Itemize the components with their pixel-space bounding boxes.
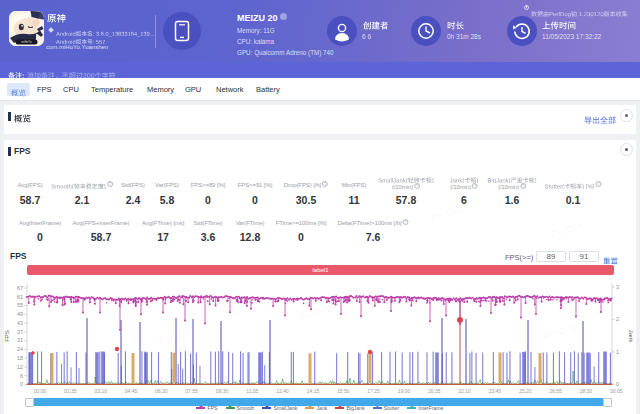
svg-text:61: 61 — [17, 294, 23, 300]
svg-text:19:00: 19:00 — [398, 388, 411, 394]
svg-text:31: 31 — [17, 337, 23, 343]
svg-text:37: 37 — [17, 329, 23, 335]
svg-text:6: 6 — [20, 373, 23, 379]
svg-text:09:30: 09:30 — [216, 388, 229, 394]
svg-text:30:05: 30:05 — [610, 388, 623, 394]
svg-text:17:25: 17:25 — [367, 388, 380, 394]
svg-text:1: 1 — [616, 349, 619, 355]
svg-text:25:20: 25:20 — [519, 388, 532, 394]
svg-text:22:10: 22:10 — [458, 388, 471, 394]
svg-text:00:00: 00:00 — [34, 388, 47, 394]
svg-text:23:45: 23:45 — [489, 388, 502, 394]
svg-text:0: 0 — [616, 381, 619, 387]
svg-text:24: 24 — [17, 346, 23, 352]
svg-text:26:55: 26:55 — [549, 388, 562, 394]
svg-text:12:40: 12:40 — [276, 388, 289, 394]
svg-text:03:10: 03:10 — [94, 388, 107, 394]
svg-text:11:05: 11:05 — [246, 388, 258, 394]
svg-text:FPS: FPS — [4, 330, 10, 342]
svg-text:14:15: 14:15 — [307, 388, 320, 394]
svg-text:01:35: 01:35 — [64, 388, 77, 394]
svg-text:55: 55 — [17, 302, 23, 308]
svg-text:15:50: 15:50 — [337, 388, 350, 394]
svg-text:18: 18 — [17, 355, 23, 361]
svg-text:04:45: 04:45 — [125, 388, 138, 394]
svg-text:28:30: 28:30 — [580, 388, 593, 394]
svg-text:06:20: 06:20 — [155, 388, 168, 394]
svg-text:12: 12 — [17, 364, 23, 370]
svg-text:Jank: Jank — [628, 330, 634, 344]
svg-text:2: 2 — [616, 316, 619, 322]
svg-text:07:55: 07:55 — [185, 388, 198, 394]
svg-text:PerfDog: PerfDog — [298, 302, 333, 322]
svg-text:PerfDog: PerfDog — [543, 322, 578, 342]
svg-text:0: 0 — [20, 381, 23, 387]
svg-text:49: 49 — [17, 311, 23, 317]
svg-text:43: 43 — [17, 320, 23, 326]
svg-text:PerfDog: PerfDog — [158, 327, 193, 347]
svg-text:20:35: 20:35 — [428, 388, 441, 394]
svg-text:3: 3 — [616, 284, 619, 290]
svg-text:67: 67 — [17, 285, 23, 291]
